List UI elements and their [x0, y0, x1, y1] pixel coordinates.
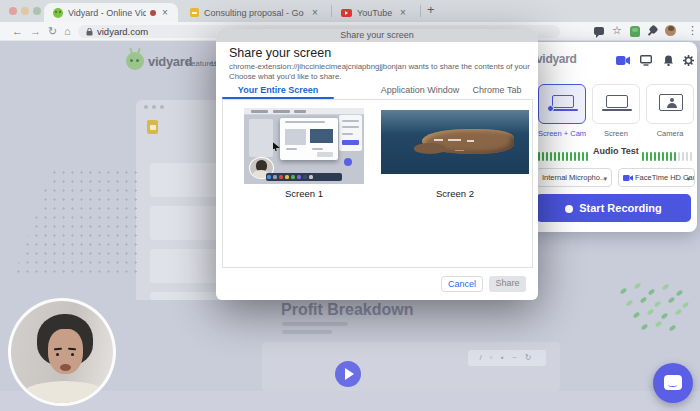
audio-level-bar — [542, 152, 544, 161]
recording-indicator — [150, 10, 156, 16]
audio-level-bar — [566, 152, 568, 161]
audio-level-bar — [658, 152, 660, 161]
vidyard-extension-icon[interactable] — [630, 26, 640, 37]
dot-pattern-decoration — [14, 168, 140, 276]
chrome-menu-icon[interactable]: ⋮ — [687, 24, 698, 37]
cursor-icon — [273, 142, 280, 151]
screen-1-label: Screen 1 — [244, 188, 364, 199]
screen-2-thumbnail[interactable] — [381, 110, 529, 174]
tab-close-icon[interactable]: × — [162, 7, 168, 18]
audio-level-bar — [654, 152, 656, 161]
audio-level-bar — [578, 152, 580, 161]
audio-meter-left — [538, 147, 590, 157]
audio-meter-right — [642, 147, 694, 157]
screen-picker-area: Screen 1 Screen 2 — [222, 99, 533, 268]
webcam-preview — [8, 298, 116, 406]
audio-level-bar — [562, 152, 564, 161]
screen-1-thumbnail[interactable] — [244, 108, 364, 184]
leaf-decoration — [648, 288, 656, 296]
audio-level-bar — [690, 152, 692, 161]
tab-strip: Vidyard - Online Video Ho × Consulting p… — [0, 0, 700, 22]
settings-gear-icon[interactable] — [683, 55, 694, 66]
slide-thumb — [150, 206, 222, 240]
audio-level-bar — [550, 152, 552, 161]
google-slides-favicon — [190, 8, 199, 17]
leaf-decoration — [634, 282, 642, 290]
dialog-description-1: chrome-extension://jihcciniecimeajcniapb… — [229, 62, 531, 71]
dock-app-icon — [303, 175, 307, 179]
comment-extension-icon[interactable] — [594, 27, 604, 35]
play-icon — [345, 368, 354, 380]
tab-close-icon[interactable]: × — [312, 7, 318, 18]
mode-screen-cam[interactable] — [538, 84, 586, 124]
leaf-decoration — [641, 323, 649, 331]
audio-level-bar — [674, 152, 676, 161]
share-button[interactable]: Share — [489, 276, 526, 292]
reload-icon[interactable]: ↻ — [48, 25, 57, 38]
audio-level-bar — [678, 152, 680, 161]
tab-close-icon[interactable]: × — [400, 7, 406, 18]
page-bottom-strip — [0, 391, 700, 411]
profile-avatar[interactable] — [665, 25, 676, 36]
leaf-decoration — [654, 300, 662, 308]
leaf-decoration — [620, 287, 628, 295]
dialog-description-2: Choose what you'd like to share. — [229, 72, 531, 81]
audio-level-bar — [586, 152, 588, 161]
audio-level-bar — [670, 152, 672, 161]
share-screen-dialog: Share your screen Share your screen chro… — [216, 29, 538, 300]
vidyard-favicon — [53, 8, 63, 18]
skeleton-line — [282, 322, 348, 326]
home-icon[interactable]: ⌂ — [64, 25, 71, 37]
camera-select[interactable]: FaceTime HD Cam... ▾ — [618, 168, 695, 187]
tab-youtube[interactable]: YouTube × — [334, 3, 416, 22]
window-zoom-button[interactable] — [33, 7, 41, 15]
leaf-decoration — [676, 289, 684, 297]
video-camera-icon[interactable] — [616, 56, 630, 65]
start-recording-button[interactable]: Start Recording — [536, 194, 691, 222]
forward-icon[interactable]: → — [30, 25, 41, 37]
audio-test-label: Audio Test — [593, 146, 639, 156]
window-minimize-button[interactable] — [21, 7, 29, 15]
leaf-decoration — [668, 296, 676, 304]
tab-chrome-tab[interactable]: Chrome Tab — [462, 85, 532, 95]
window-close-button[interactable] — [9, 7, 17, 15]
screen-share-icon[interactable] — [640, 55, 652, 66]
mini-dock — [266, 173, 343, 181]
dock-app-icon — [309, 175, 313, 179]
audio-level-bar — [686, 152, 688, 161]
screen-2-label: Screen 2 — [381, 188, 529, 199]
cancel-button[interactable]: Cancel — [441, 276, 483, 292]
mode-camera[interactable] — [646, 84, 694, 124]
leaf-decoration — [661, 312, 669, 320]
mode-screen[interactable] — [592, 84, 640, 124]
slides-file-icon — [147, 120, 158, 134]
audio-level-bar — [554, 152, 556, 161]
leaf-decoration — [675, 308, 683, 316]
dialog-titlebar[interactable]: Share your screen — [216, 29, 538, 42]
tab-consulting-proposal[interactable]: Consulting proposal - Googl × — [182, 3, 330, 22]
mode-label-screen: Screen — [588, 129, 644, 138]
new-tab-button[interactable]: + — [427, 2, 435, 17]
video-toolbar[interactable]: / ▫ ▪ ~ ↻ — [468, 350, 546, 366]
tab-your-entire-screen[interactable]: Your Entire Screen — [222, 85, 334, 95]
tab-vidyard[interactable]: Vidyard - Online Video Ho × — [44, 3, 178, 22]
record-dot-icon — [565, 205, 573, 213]
back-icon[interactable]: ← — [12, 25, 23, 37]
audio-level-bar — [582, 152, 584, 161]
chat-widget-button[interactable] — [653, 363, 693, 403]
audio-level-bar — [662, 152, 664, 161]
audio-level-bar — [574, 152, 576, 161]
microphone-select[interactable]: Internal Micropho... ▾ — [536, 168, 612, 187]
notification-bell-icon[interactable] — [663, 55, 674, 66]
panel-logo: vidyard — [536, 52, 577, 66]
skeleton-line — [282, 330, 332, 334]
dock-app-icon — [267, 175, 271, 179]
bookmark-star-icon[interactable]: ☆ — [612, 24, 622, 37]
audio-level-bar — [666, 152, 668, 161]
audio-level-bar — [682, 152, 684, 161]
window-dots — [144, 105, 168, 109]
mode-label-screen-cam: Screen + Cam — [534, 129, 590, 138]
person-face — [48, 329, 83, 374]
pin-extension-icon[interactable] — [649, 25, 659, 35]
play-button[interactable] — [335, 361, 361, 387]
